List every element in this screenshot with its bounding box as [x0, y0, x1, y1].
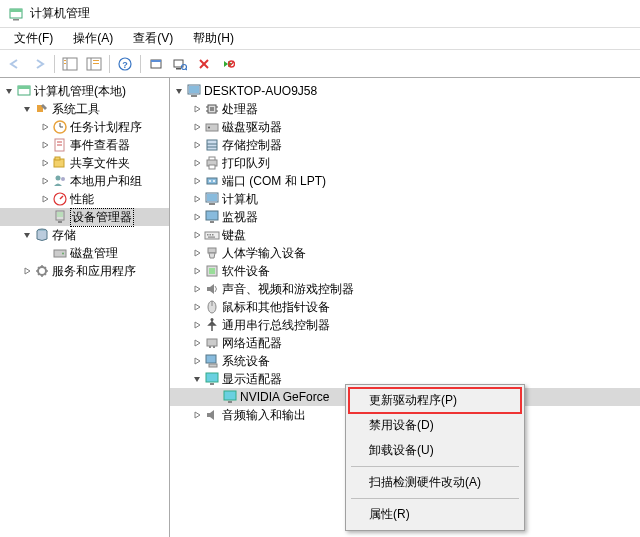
- svg-rect-77: [209, 268, 215, 274]
- kb-icon: [204, 227, 220, 243]
- context-menu-item[interactable]: 属性(R): [349, 502, 521, 527]
- expander-icon[interactable]: [38, 192, 52, 206]
- tree-item-label: 系统设备: [222, 353, 270, 370]
- expander-icon[interactable]: [20, 264, 34, 278]
- expander-icon[interactable]: [190, 408, 204, 422]
- toolbar-item[interactable]: [145, 53, 167, 75]
- menu-view[interactable]: 查看(V): [123, 28, 183, 49]
- scan-hardware-button[interactable]: [169, 53, 191, 75]
- expander-icon[interactable]: [20, 102, 34, 116]
- show-hide-tree-button[interactable]: [59, 53, 81, 75]
- expander-icon[interactable]: [190, 156, 204, 170]
- expander-icon[interactable]: [190, 282, 204, 296]
- expander-icon[interactable]: [20, 228, 34, 242]
- svg-line-18: [186, 68, 188, 70]
- expander-icon[interactable]: [190, 318, 204, 332]
- sound-icon: [204, 281, 220, 297]
- tree-item[interactable]: 系统设备: [170, 352, 640, 370]
- tree-item[interactable]: 存储: [0, 226, 169, 244]
- context-menu-item[interactable]: 扫描检测硬件改动(A): [349, 470, 521, 495]
- tree-item[interactable]: DESKTOP-AUO9J58: [170, 82, 640, 100]
- share-icon: [52, 155, 68, 171]
- tree-item[interactable]: 共享文件夹: [0, 154, 169, 172]
- left-tree-pane[interactable]: 计算机管理(本地)系统工具任务计划程序事件查看器共享文件夹本地用户和组性能设备管…: [0, 78, 170, 537]
- tree-item[interactable]: 磁盘管理: [0, 244, 169, 262]
- properties-button[interactable]: [83, 53, 105, 75]
- expander-icon[interactable]: [190, 120, 204, 134]
- menu-action[interactable]: 操作(A): [63, 28, 123, 49]
- printer-icon: [204, 155, 220, 171]
- svg-rect-86: [206, 373, 218, 382]
- forward-button[interactable]: [28, 53, 50, 75]
- expander-icon[interactable]: [190, 300, 204, 314]
- right-tree-pane[interactable]: DESKTOP-AUO9J58处理器磁盘驱动器存储控制器打印队列端口 (COM …: [170, 78, 640, 537]
- expander-icon[interactable]: [190, 246, 204, 260]
- expander-icon[interactable]: [38, 210, 52, 224]
- tree-item-label: 显示适配器: [222, 371, 282, 388]
- expander-icon[interactable]: [190, 354, 204, 368]
- svg-rect-87: [210, 383, 214, 385]
- tree-item[interactable]: 端口 (COM 和 LPT): [170, 172, 640, 190]
- uninstall-device-button[interactable]: [193, 53, 215, 75]
- back-button[interactable]: [4, 53, 26, 75]
- tree-item[interactable]: 设备管理器: [0, 208, 169, 226]
- tree-item[interactable]: 计算机: [170, 190, 640, 208]
- expander-icon[interactable]: [190, 210, 204, 224]
- menu-file[interactable]: 文件(F): [4, 28, 63, 49]
- tree-item-label: 服务和应用程序: [52, 263, 136, 280]
- context-menu-item[interactable]: 更新驱动程序(P): [349, 388, 521, 413]
- svg-rect-85: [209, 364, 217, 367]
- expander-icon[interactable]: [190, 192, 204, 206]
- expander-icon[interactable]: [190, 228, 204, 242]
- context-menu-item[interactable]: 禁用设备(D): [349, 413, 521, 438]
- tree-item[interactable]: 系统工具: [0, 100, 169, 118]
- expander-icon[interactable]: [190, 174, 204, 188]
- tree-item-label: 键盘: [222, 227, 246, 244]
- tree-item[interactable]: 鼠标和其他指针设备: [170, 298, 640, 316]
- expander-icon[interactable]: [190, 264, 204, 278]
- expander-icon[interactable]: [38, 156, 52, 170]
- expander-icon[interactable]: [38, 138, 52, 152]
- disable-device-button[interactable]: [217, 53, 239, 75]
- tree-item[interactable]: 网络适配器: [170, 334, 640, 352]
- display-icon: [222, 389, 238, 405]
- svg-rect-84: [206, 355, 216, 363]
- expander-icon[interactable]: [38, 174, 52, 188]
- svg-rect-89: [228, 401, 232, 403]
- expander-icon[interactable]: [172, 84, 186, 98]
- tree-item[interactable]: 性能: [0, 190, 169, 208]
- tree-item[interactable]: 声音、视频和游戏控制器: [170, 280, 640, 298]
- expander-icon[interactable]: [190, 336, 204, 350]
- soft-icon: [204, 263, 220, 279]
- tree-item[interactable]: 人体学输入设备: [170, 244, 640, 262]
- tree-item[interactable]: 监视器: [170, 208, 640, 226]
- tree-item[interactable]: 磁盘驱动器: [170, 118, 640, 136]
- tools-icon: [34, 101, 50, 117]
- tree-item[interactable]: 键盘: [170, 226, 640, 244]
- tree-item-label: 计算机: [222, 191, 258, 208]
- context-menu-item[interactable]: 卸载设备(U): [349, 438, 521, 463]
- tree-item[interactable]: 打印队列: [170, 154, 640, 172]
- svg-rect-61: [209, 165, 215, 169]
- tree-item[interactable]: 任务计划程序: [0, 118, 169, 136]
- expander-icon[interactable]: [38, 246, 52, 260]
- svg-rect-1: [10, 9, 22, 12]
- expander-icon[interactable]: [2, 84, 16, 98]
- tree-item[interactable]: 处理器: [170, 100, 640, 118]
- tree-item[interactable]: 本地用户和组: [0, 172, 169, 190]
- tree-item[interactable]: 软件设备: [170, 262, 640, 280]
- tree-item[interactable]: 存储控制器: [170, 136, 640, 154]
- expander-icon[interactable]: [190, 372, 204, 386]
- tree-item[interactable]: 服务和应用程序: [0, 262, 169, 280]
- help-button[interactable]: ?: [114, 53, 136, 75]
- menu-help[interactable]: 帮助(H): [183, 28, 244, 49]
- expander-icon[interactable]: [208, 390, 222, 404]
- expander-icon[interactable]: [38, 120, 52, 134]
- tree-item-label: 事件查看器: [70, 137, 130, 154]
- tree-item[interactable]: 事件查看器: [0, 136, 169, 154]
- tree-item[interactable]: 计算机管理(本地): [0, 82, 169, 100]
- expander-icon[interactable]: [190, 102, 204, 116]
- expander-icon[interactable]: [190, 138, 204, 152]
- tree-item-label: 存储: [52, 227, 76, 244]
- tree-item[interactable]: 通用串行总线控制器: [170, 316, 640, 334]
